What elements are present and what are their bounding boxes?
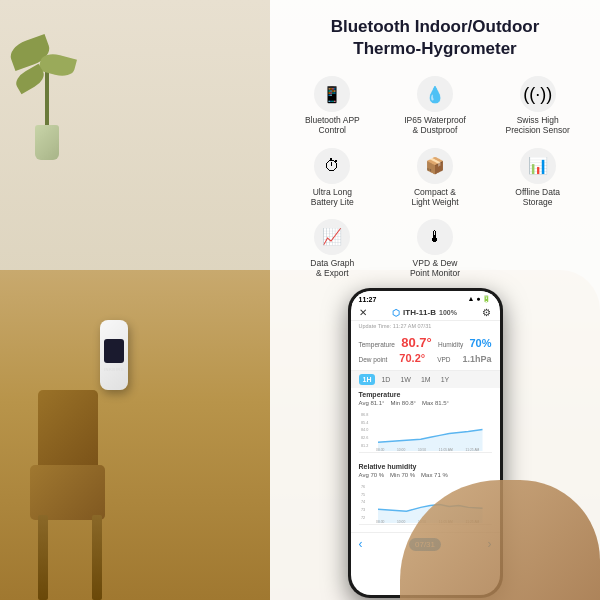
device-brand-label: INKBIRD <box>104 367 124 372</box>
feature-bluetooth: 📱 Bluetooth APPControl <box>282 72 383 139</box>
feature-bluetooth-label: Bluetooth APPControl <box>305 115 360 135</box>
humid-chart-title: Relative humidity <box>359 463 492 470</box>
svg-text:76: 76 <box>360 485 364 489</box>
readings-section: Temperature 80.7° Humidity 70% Dew point… <box>351 331 500 371</box>
feature-battery-label: Ultra LongBattery Lite <box>311 187 354 207</box>
settings-icon[interactable]: ⚙ <box>482 307 491 318</box>
feature-battery: ⏱ Ultra LongBattery Lite <box>282 144 383 211</box>
vpd-icon: 🌡 <box>417 219 453 255</box>
svg-text:74: 74 <box>360 501 365 505</box>
prev-button[interactable]: ‹ <box>359 537 363 551</box>
temp-chart-title: Temperature <box>359 391 492 398</box>
back-button[interactable]: ✕ <box>359 307 367 318</box>
temp-chart-svg: 86.8 85.4 84.0 82.6 81.2 08:30 10:00 10:… <box>359 408 492 452</box>
temp-chart-area: 86.8 85.4 84.0 82.6 81.2 08:30 10:00 10:… <box>359 408 492 453</box>
bluetooth-icon: 📱 <box>314 76 350 112</box>
temperature-chart-section: Temperature Avg 81.1° Min 80.8° Max 81.5… <box>351 388 500 460</box>
svg-text:11:25 AM: 11:25 AM <box>465 448 479 452</box>
svg-text:73: 73 <box>360 509 364 513</box>
humid-min: Min 70 % <box>390 472 415 478</box>
feature-precision: ((·)) Swiss HighPrecision Sensor <box>487 72 588 139</box>
feature-compact: 📦 Compact &Light Weight <box>385 144 486 211</box>
svg-text:82.6: 82.6 <box>360 437 367 441</box>
device-screen <box>104 339 124 363</box>
dew-label: Dew point <box>359 356 388 363</box>
feature-vpd-label: VPD & DewPoint Monitor <box>410 258 460 278</box>
svg-text:10:50: 10:50 <box>417 448 425 452</box>
phone-status-icons: ▲ ● 🔋 <box>467 295 491 303</box>
compact-icon: 📦 <box>417 148 453 184</box>
feature-vpd: 🌡 VPD & DewPoint Monitor <box>385 215 486 282</box>
vpd-label: VPD <box>437 356 450 363</box>
phone-app-bar: ✕ ⬡ ITH-11-B 100% ⚙ <box>351 305 500 321</box>
phone-time: 11:27 <box>359 296 377 303</box>
svg-text:10:00: 10:00 <box>397 448 405 452</box>
graph-icon: 📈 <box>314 219 350 255</box>
svg-text:84.0: 84.0 <box>360 429 367 433</box>
tab-1y[interactable]: 1Y <box>437 374 454 385</box>
feature-graph: 📈 Data Graph& Export <box>282 215 383 282</box>
main-title: Bluetooth Indoor/Outdoor Thermo-Hygromet… <box>282 16 588 60</box>
svg-text:08:30: 08:30 <box>376 520 384 524</box>
svg-text:08:30: 08:30 <box>376 448 384 452</box>
temperature-value: 80.7° <box>401 335 432 350</box>
battery-icon: ⏱ <box>314 148 350 184</box>
humidity-label: Humidity <box>438 341 463 348</box>
app-title: ⬡ ITH-11-B 100% <box>392 308 457 318</box>
temp-min: Min 80.8° <box>390 400 415 406</box>
svg-text:75: 75 <box>360 493 364 497</box>
feature-graph-label: Data Graph& Export <box>310 258 354 278</box>
svg-text:11:05 AM: 11:05 AM <box>438 448 452 452</box>
dew-row: Dew point 70.2° VPD 1.1hPa <box>359 352 492 364</box>
temp-max: Max 81.5° <box>422 400 449 406</box>
temperature-row: Temperature 80.7° Humidity 70% <box>359 335 492 350</box>
svg-text:81.2: 81.2 <box>360 444 367 448</box>
feature-storage: 📊 Offline DataStorage <box>487 144 588 211</box>
storage-icon: 📊 <box>520 148 556 184</box>
temperature-label: Temperature <box>359 341 396 348</box>
feature-precision-label: Swiss HighPrecision Sensor <box>506 115 570 135</box>
dew-value: 70.2° <box>399 352 425 364</box>
svg-text:10:00: 10:00 <box>397 520 405 524</box>
tab-1m[interactable]: 1M <box>417 374 435 385</box>
chair <box>30 420 110 600</box>
time-tabs: 1H 1D 1W 1M 1Y <box>351 371 500 388</box>
vpd-value: 1.1hPa <box>462 354 491 364</box>
humid-max: Max 71 % <box>421 472 448 478</box>
feature-waterproof: 💧 IP65 Waterproof& Dustproof <box>385 72 486 139</box>
humidity-value: 70% <box>469 337 491 349</box>
bluetooth-small-icon: ⬡ <box>392 308 400 318</box>
inkbird-device: INKBIRD <box>100 320 128 390</box>
temp-chart-stats: Avg 81.1° Min 80.8° Max 81.5° <box>359 400 492 406</box>
features-grid: 📱 Bluetooth APPControl 💧 IP65 Waterproof… <box>282 72 588 282</box>
temp-avg: Avg 81.1° <box>359 400 385 406</box>
humid-avg: Avg 70 % <box>359 472 385 478</box>
waterproof-icon: 💧 <box>417 76 453 112</box>
feature-compact-label: Compact &Light Weight <box>411 187 458 207</box>
svg-text:85.4: 85.4 <box>360 421 368 425</box>
plant-decoration <box>10 20 90 160</box>
update-time: Update Time: 11:27 AM 07/31 <box>351 321 500 331</box>
feature-storage-label: Offline DataStorage <box>515 187 560 207</box>
svg-text:86.8: 86.8 <box>360 413 367 417</box>
tab-1w[interactable]: 1W <box>396 374 415 385</box>
phone-status-bar: 11:27 ▲ ● 🔋 <box>351 291 500 305</box>
tab-1h[interactable]: 1H <box>359 374 376 385</box>
svg-text:72: 72 <box>360 516 364 520</box>
humid-chart-stats: Avg 70 % Min 70 % Max 71 % <box>359 472 492 478</box>
tab-1d[interactable]: 1D <box>377 374 394 385</box>
precision-icon: ((·)) <box>520 76 556 112</box>
feature-waterproof-label: IP65 Waterproof& Dustproof <box>404 115 466 135</box>
